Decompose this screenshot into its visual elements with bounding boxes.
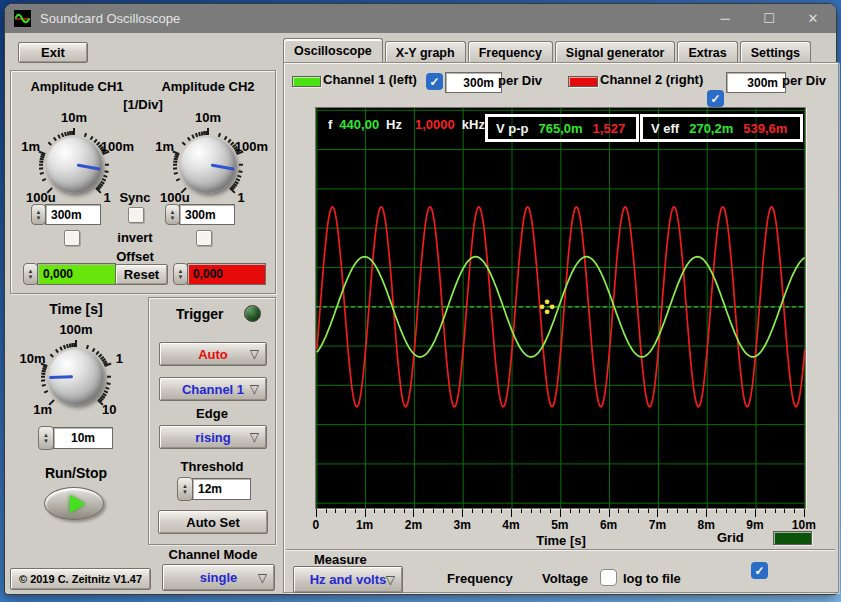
tab-signal-generator[interactable]: Signal generator (555, 41, 676, 63)
x-axis-tick (599, 509, 600, 513)
amplitude-ch1-value[interactable]: 300m (45, 204, 101, 225)
x-axis-tick (550, 509, 551, 513)
tab-oscilloscope[interactable]: Oscilloscope (283, 38, 383, 63)
channel1-label: Channel 1 (left) (323, 72, 417, 87)
knob-dial[interactable] (46, 137, 102, 193)
trigger-edge-dropdown[interactable]: rising ▽ (159, 425, 267, 449)
x-axis-tick (326, 509, 327, 513)
freq-label: f (328, 117, 332, 132)
x-axis-tick (775, 509, 776, 513)
knob-tick (90, 136, 94, 140)
tab-x-y-graph[interactable]: X-Y graph (385, 41, 466, 63)
x-axis-tick (501, 509, 502, 513)
knob-tick (224, 136, 228, 140)
x-axis-tick (491, 509, 492, 513)
invert-ch2-checkbox[interactable] (196, 230, 212, 246)
veff-ch1-value: 270,2m (689, 121, 733, 136)
knob-scale-label: 100m (229, 139, 273, 154)
knob-scale-label: 1m (9, 139, 53, 154)
maximize-button[interactable]: ☐ (754, 8, 784, 30)
channel-mode-dropdown[interactable]: single ▽ (162, 564, 275, 591)
offset-ch1-value[interactable]: 0,000 (37, 263, 116, 285)
close-button[interactable]: ✕ (798, 8, 828, 30)
tab-extras[interactable]: Extras (677, 41, 737, 63)
knob-scale-label: 1 (219, 190, 263, 205)
x-axis-tick-label: 6m (592, 518, 626, 532)
knob-tick (39, 164, 43, 166)
scope-display[interactable]: f 440,00 Hz 1,0000 kHz V p-p 765,0m 1,52… (315, 107, 806, 509)
measure-title: Measure (314, 552, 367, 567)
invert-ch1-checkbox[interactable] (64, 230, 80, 246)
veff-ch2-value: 539,6m (743, 121, 787, 136)
x-axis-tick (638, 509, 639, 513)
knob-tick (42, 178, 46, 181)
x-axis-tick (755, 509, 756, 517)
app-icon (14, 10, 31, 27)
vpp-label: V p-p (496, 121, 529, 136)
run-stop-button[interactable] (44, 487, 104, 520)
trigger-source-value: Channel 1 (182, 382, 244, 397)
x-axis-tick (648, 509, 649, 513)
grid-checkbox[interactable] (751, 562, 768, 579)
offset-ch2-spinner[interactable]: ▲▼ (173, 263, 188, 285)
x-axis-tick (423, 509, 424, 513)
amplitude-ch2-spinner[interactable]: ▲▼ (165, 204, 180, 225)
x-axis-tick (394, 509, 395, 513)
vpp-readout: V p-p 765,0m 1,527 (485, 114, 639, 142)
vpp-ch1-value: 765,0m (539, 121, 583, 136)
knob-tick (84, 133, 87, 137)
title-bar[interactable]: Soundcard Oscilloscope ─ ☐ ✕ (5, 4, 836, 33)
tab-frequency[interactable]: Frequency (468, 41, 553, 63)
knob-tick (174, 172, 178, 175)
trigger-source-dropdown[interactable]: Channel 1 ▽ (159, 377, 267, 401)
x-axis-tick-label: 7m (640, 518, 674, 532)
edge-label: Edge (149, 406, 275, 421)
knob-tick (176, 178, 180, 181)
measure-mode-dropdown[interactable]: Hz and volts ▽ (293, 566, 403, 593)
knob-tick (187, 137, 191, 141)
x-axis-tick-label: 1m (348, 518, 382, 532)
dropdown-arrow-icon: ▽ (250, 347, 259, 361)
voltage-checkbox-label: Voltage (542, 571, 588, 586)
trigger-mode-value: Auto (198, 347, 228, 362)
channel2-enable-checkbox[interactable] (707, 90, 724, 107)
divider (286, 549, 835, 551)
x-axis-tick (794, 509, 795, 513)
offset-ch1-spinner[interactable]: ▲▼ (23, 263, 38, 285)
knob-tick (41, 372, 45, 375)
knob-dial[interactable] (180, 137, 236, 193)
amplitude-ch1-spinner[interactable]: ▲▼ (31, 204, 46, 225)
channel1-enable-checkbox[interactable] (426, 73, 443, 90)
channel2-per-div-value[interactable]: 300m (726, 72, 786, 93)
time-spinner[interactable]: ▲▼ (38, 426, 54, 450)
threshold-value[interactable]: 12m (192, 478, 251, 500)
x-axis-tick (384, 509, 385, 513)
veff-label: V eff (651, 121, 679, 136)
freq-ch2-value: 1,0000 (415, 117, 455, 132)
channel1-per-div-value[interactable]: 300m (445, 72, 502, 93)
grid-color-swatch[interactable] (773, 531, 812, 545)
offset-ch2-value[interactable]: 0,000 (187, 263, 266, 285)
minimize-button[interactable]: ─ (710, 8, 740, 30)
time-value[interactable]: 10m (53, 427, 113, 449)
x-axis-tick (687, 509, 688, 513)
knob-tick (237, 175, 241, 178)
log-to-file-checkbox[interactable] (600, 569, 617, 586)
x-axis-tick (618, 509, 619, 513)
offset-reset-button[interactable]: Reset (115, 264, 168, 285)
threshold-spinner[interactable]: ▲▼ (177, 477, 193, 501)
amplitude-ch2-value[interactable]: 300m (179, 204, 235, 225)
copyright-button[interactable]: © 2019 C. Zeitnitz V1.47 (10, 568, 151, 590)
knob-tick (103, 175, 107, 178)
tab-settings[interactable]: Settings (740, 41, 811, 63)
knob-tick (173, 164, 177, 166)
auto-set-button[interactable]: Auto Set (158, 510, 268, 534)
knob-tick (86, 345, 89, 349)
trigger-mode-dropdown[interactable]: Auto ▽ (159, 342, 267, 366)
exit-button[interactable]: Exit (18, 42, 88, 63)
freq-ch2-unit: kHz (462, 117, 485, 132)
knob-tick (173, 160, 177, 163)
time-knob[interactable]: 100m1101m10m (16, 317, 136, 437)
knob-tick (39, 160, 43, 163)
sync-checkbox[interactable] (128, 207, 144, 223)
